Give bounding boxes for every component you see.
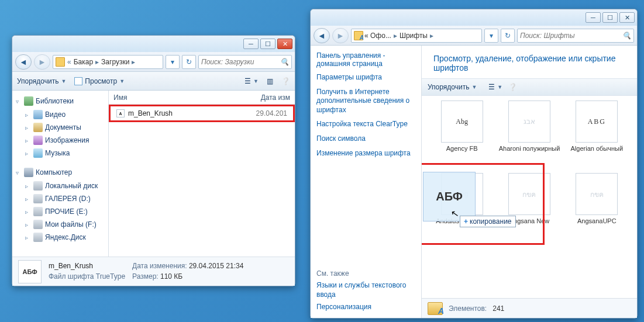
view-mode-button[interactable]: ☰▼	[244, 77, 259, 85]
status-count: 241	[493, 304, 504, 313]
breadcrumb-segment[interactable]: Шрифты	[400, 32, 428, 40]
drive-icon	[33, 181, 43, 191]
organize-menu[interactable]: Упорядочить▼	[17, 77, 66, 85]
sidebar-link[interactable]: Получить в Интернете дополнительные свед…	[316, 88, 415, 115]
font-preview: กขค	[508, 173, 550, 215]
back-button[interactable]: ◄	[15, 54, 32, 70]
preview-pane-button[interactable]: ▥	[267, 77, 273, 85]
fonts-folder-icon	[428, 302, 443, 315]
documents-icon	[33, 123, 43, 132]
breadcrumb[interactable]: A « Офо... ▸ Шрифты ▸	[351, 29, 482, 43]
libraries-icon	[24, 96, 33, 106]
font-item[interactable]: ABG Algerian обычный	[565, 101, 629, 171]
font-label: AngsanaUPC	[577, 217, 617, 225]
sidebar-link[interactable]: Настройка текста ClearType	[316, 120, 415, 129]
drive-icon	[33, 233, 43, 242]
help-button[interactable]: ❔	[508, 83, 517, 91]
toolbar: Упорядочить▼ Просмотр▼ ☰▼ ▥ ❔	[12, 72, 295, 91]
minimize-button[interactable]: ─	[586, 12, 601, 23]
status-label: Элементов:	[449, 304, 487, 313]
file-pane: Имя Дата изм A m_Ben_Krush 29.04.201	[109, 91, 295, 257]
navbar: ◄ ► A « Офо... ▸ Шрифты ▸ ▾ ↻ 🔍	[311, 26, 637, 46]
file-row[interactable]: A m_Ben_Krush 29.04.201	[112, 107, 291, 120]
font-preview: กขค	[576, 173, 618, 215]
breadcrumb-segment[interactable]: Загрузки	[101, 58, 129, 66]
drive-icon	[33, 194, 43, 203]
font-label: Agency FB	[446, 145, 478, 153]
font-preview: אבג	[508, 101, 550, 143]
tree-item-music[interactable]: ▹Музыка	[15, 147, 106, 160]
search-input[interactable]	[201, 58, 280, 66]
nav-tree: ▿Библиотеки ▹Видео ▹Документы ▹Изображен…	[12, 91, 109, 257]
titlebar: ─ ☐ ✕	[12, 36, 295, 52]
tree-item-drive[interactable]: ▹Локальный диск	[15, 179, 106, 192]
search-icon: 🔍	[622, 32, 631, 40]
drive-icon	[33, 207, 43, 216]
plus-icon: +	[464, 217, 468, 226]
font-item[interactable]: กขค AngsanaUPC	[565, 173, 629, 243]
font-item[interactable]: Abg Agency FB	[430, 101, 494, 171]
sidebar-link[interactable]: Языки и службы текстового ввода	[316, 281, 415, 299]
sidebar-link[interactable]: Поиск символа	[316, 134, 415, 144]
close-button[interactable]: ✕	[277, 39, 292, 49]
column-headers[interactable]: Имя Дата изм	[109, 91, 295, 105]
fonts-pane: Просмотр, удаление, отображение или скры…	[422, 46, 637, 318]
tree-item-documents[interactable]: ▹Документы	[15, 121, 106, 134]
refresh-button[interactable]: ↻	[501, 29, 515, 43]
font-preview-icon	[74, 77, 82, 85]
refresh-button[interactable]: ↻	[182, 55, 196, 69]
tree-item-drive[interactable]: ▹ГАЛЕРЕЯ (D:)	[15, 192, 106, 205]
tree-item-drive[interactable]: ▹Яндекс.Диск	[15, 231, 106, 244]
file-date: 29.04.201	[256, 109, 287, 117]
history-dropdown[interactable]: ▾	[484, 29, 498, 43]
view-mode-button[interactable]: ☰▼	[488, 83, 502, 91]
close-button[interactable]: ✕	[619, 12, 635, 23]
drag-tooltip: +копирование	[460, 216, 516, 227]
music-icon	[33, 148, 43, 158]
help-button[interactable]: ❔	[281, 77, 290, 85]
font-preview: ABG	[576, 101, 618, 143]
sidebar-link[interactable]: Персонализация	[316, 303, 415, 312]
toolbar: Упорядочить▼ ☰▼ ❔	[422, 78, 637, 96]
tree-section-computer[interactable]: ▿Компьютер	[15, 165, 106, 179]
font-item[interactable]: אבג Aharoni полужирный	[497, 101, 561, 171]
tree-section-libraries[interactable]: ▿Библиотеки	[15, 94, 106, 108]
video-icon	[33, 110, 43, 119]
breadcrumb-segment[interactable]: Бакар	[74, 58, 93, 66]
tree-item-drive[interactable]: ▹ПРОЧИЕ (E:)	[15, 205, 106, 218]
see-also-heading: См. также	[316, 269, 415, 278]
file-thumbnail: АБФ	[18, 260, 42, 283]
details-type: Файл шрифта TrueType	[49, 272, 125, 282]
col-name[interactable]: Имя	[113, 94, 261, 102]
folder-icon	[56, 57, 65, 67]
font-file-icon: A	[116, 109, 125, 117]
sidebar-link[interactable]: Параметры шрифта	[316, 73, 415, 82]
tree-item-images[interactable]: ▹Изображения	[15, 134, 106, 147]
status-bar: Элементов: 241	[422, 298, 637, 318]
fonts-grid[interactable]: Abg Agency FB אבג Aharoni полужирный ABG…	[422, 96, 637, 298]
search-input[interactable]	[520, 32, 622, 40]
history-dropdown[interactable]: ▾	[166, 55, 180, 69]
sidebar-home-link[interactable]: Панель управления - домашняя страница	[316, 51, 415, 68]
maximize-button[interactable]: ☐	[602, 12, 618, 23]
preview-menu[interactable]: Просмотр▼	[74, 77, 125, 85]
details-pane: АБФ m_Ben_Krush Файл шрифта TrueType Дат…	[12, 257, 295, 286]
organize-menu[interactable]: Упорядочить▼	[428, 83, 477, 91]
search-box[interactable]: 🔍	[198, 55, 292, 69]
tree-item-video[interactable]: ▹Видео	[15, 108, 106, 121]
search-box[interactable]: 🔍	[517, 29, 634, 43]
maximize-button[interactable]: ☐	[260, 39, 275, 49]
page-heading: Просмотр, удаление, отображение или скры…	[422, 46, 637, 78]
font-item[interactable]: กขค Angsana New	[497, 173, 561, 243]
sidebar-link[interactable]: Изменение размера шрифта	[316, 149, 415, 158]
titlebar: ─ ☐ ✕	[311, 9, 637, 26]
col-date[interactable]: Дата изм	[261, 94, 290, 102]
forward-button[interactable]: ►	[332, 28, 349, 43]
tree-item-drive[interactable]: ▹Мои файлы (F:)	[15, 218, 106, 231]
explorer-window-fonts: ─ ☐ ✕ ◄ ► A « Офо... ▸ Шрифты ▸ ▾ ↻ 🔍 Па…	[310, 9, 638, 318]
forward-button[interactable]: ►	[34, 54, 50, 70]
minimize-button[interactable]: ─	[243, 39, 259, 49]
breadcrumb[interactable]: « Бакар ▸ Загрузки ▸	[53, 55, 163, 69]
back-button[interactable]: ◄	[314, 28, 330, 43]
breadcrumb-prefix[interactable]: « Офо...	[364, 32, 391, 40]
